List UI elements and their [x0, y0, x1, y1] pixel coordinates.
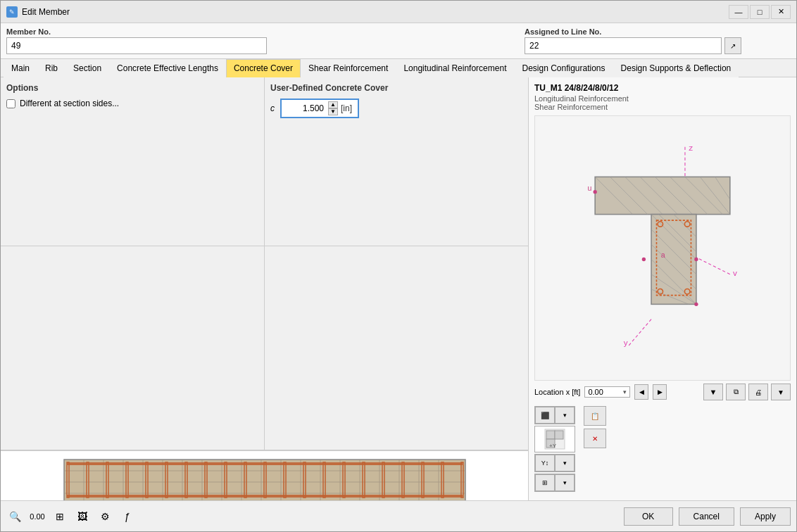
main-window: ✎ Edit Member — □ ✕ Member No. Assigned … — [0, 0, 797, 532]
zoom-group: ⊞ ▾ — [534, 474, 575, 492]
svg-point-80 — [694, 303, 698, 306]
options-panel: Options Different at section sides... — [1, 77, 265, 246]
cover-input-box: ▲ ▼ [in] — [280, 99, 359, 118]
svg-text:u: u — [588, 184, 592, 192]
top-row: Options Different at section sides... Us… — [1, 77, 528, 246]
location-prev-btn[interactable]: ◀ — [634, 384, 648, 400]
info-btn[interactable]: 📋 — [584, 406, 606, 426]
tab-bar: Main Rib Section Concrete Effective Leng… — [1, 59, 796, 77]
cover-field-label: c — [270, 103, 275, 113]
different-sides-row: Different at section sides... — [6, 99, 258, 108]
title-bar: ✎ Edit Member — □ ✕ — [1, 1, 796, 23]
cover-panel: User-Defined Concrete Cover c ▲ ▼ [in] — [265, 77, 529, 246]
svg-text:v: v — [733, 268, 737, 277]
tab-design-config[interactable]: Design Configurations — [514, 59, 613, 77]
image-icon[interactable]: 🖼 — [74, 508, 91, 525]
longitudinal-label: Longitudinal Reinforcement — [534, 94, 791, 103]
print-icon-btn[interactable]: 🖨 — [748, 384, 768, 400]
model-view-group: ⬛ ▾ — [534, 406, 575, 424]
section-view: z v y — [534, 115, 791, 381]
apply-button[interactable]: Apply — [740, 507, 791, 526]
search-icon[interactable]: 🔍 — [6, 508, 23, 525]
assigned-action-button[interactable]: ↗ — [724, 37, 741, 54]
location-dropdown[interactable]: ▾ — [623, 388, 627, 395]
cover-title: User-Defined Concrete Cover — [270, 83, 522, 93]
xy-view-box: +Y — [534, 426, 575, 452]
close-button[interactable]: ✕ — [771, 5, 791, 19]
svg-point-79 — [694, 258, 698, 261]
xy-svg: +Y — [544, 428, 566, 450]
cover-unit: [in] — [338, 103, 355, 113]
member-info-bar: Member No. Assigned to Line No. ↗ — [1, 23, 796, 59]
section-svg: z v y — [535, 116, 790, 380]
svg-text:z: z — [689, 143, 693, 152]
y-axis-btn[interactable]: Y↕ — [535, 455, 555, 471]
tab-rib[interactable]: Rib — [37, 59, 65, 77]
zoom-fit-btn[interactable]: ⊞ — [535, 474, 555, 491]
bottom-bar: 🔍 0.00 ⊞ 🖼 ⚙ ƒ OK Cancel Apply — [1, 500, 796, 531]
minimize-button[interactable]: — — [729, 5, 748, 19]
svg-text:a: a — [661, 251, 665, 259]
copy-icon-btn[interactable]: ⧉ — [726, 384, 746, 400]
side-controls-area: ⬛ ▾ +Y Y↕ ▾ — [534, 403, 791, 495]
filter-icon-btn[interactable]: ▼ — [703, 384, 723, 400]
tab-concrete-cover[interactable]: Concrete Cover — [226, 59, 301, 77]
tab-main[interactable]: Main — [4, 59, 37, 77]
tab-longitudinal[interactable]: Longitudinal Reinforcement — [396, 59, 514, 77]
bottom-icons: 🔍 0.00 ⊞ 🖼 ⚙ ƒ — [6, 508, 136, 525]
spin-down[interactable]: ▼ — [328, 108, 338, 115]
location-value-input[interactable] — [588, 388, 623, 396]
main-content: Options Different at section sides... Us… — [1, 77, 796, 500]
y-axis-arrow[interactable]: ▾ — [555, 455, 575, 471]
grid-icon[interactable]: ⊞ — [51, 508, 68, 525]
tab-design-supports[interactable]: Design Supports & Deflection — [613, 59, 739, 77]
svg-point-81 — [642, 258, 646, 261]
assigned-line-group: Assigned to Line No. — [525, 27, 722, 54]
assigned-group: Assigned to Line No. ↗ — [525, 27, 791, 54]
zoom-arrow[interactable]: ▾ — [555, 474, 575, 491]
window-title: Edit Member — [22, 7, 70, 17]
svg-rect-0 — [64, 460, 465, 500]
bottom-section: 15.00 ft — [1, 450, 528, 500]
svg-text:y: y — [624, 338, 628, 347]
cover-input-row: c ▲ ▼ [in] — [270, 99, 522, 118]
maximize-button[interactable]: □ — [750, 5, 770, 19]
extra-icon-group: 📋 ✕ — [584, 406, 606, 448]
decimal-icon[interactable]: 0.00 — [29, 508, 46, 525]
middle-center-empty — [265, 246, 529, 450]
menu-icon-btn[interactable]: ▼ — [771, 384, 791, 400]
y-axis-group: Y↕ ▾ — [534, 454, 575, 472]
tab-shear[interactable]: Shear Reinforcement — [301, 59, 396, 77]
section-name: TU_M1 24/8/24/8/0/12 — [534, 83, 791, 93]
tab-concrete-eff[interactable]: Concrete Effective Lengths — [109, 59, 226, 77]
location-next-btn[interactable]: ▶ — [653, 384, 667, 400]
assigned-line-input[interactable] — [525, 37, 722, 54]
window-controls: — □ ✕ — [729, 5, 791, 19]
member-no-label: Member No. — [6, 27, 267, 36]
right-panel: TU_M1 24/8/24/8/0/12 Longitudinal Reinfo… — [529, 77, 796, 500]
different-sides-label: Different at section sides... — [20, 99, 119, 108]
3d-view-arrow[interactable]: ▾ — [555, 407, 575, 424]
svg-rect-84 — [546, 431, 555, 439]
middle-left-empty — [1, 246, 265, 450]
title-bar-left: ✎ Edit Member — [6, 6, 70, 18]
cover-spinner: ▲ ▼ — [328, 101, 338, 115]
location-label: Location x [ft] — [534, 388, 580, 396]
ok-button[interactable]: OK — [624, 507, 673, 526]
location-row: Location x [ft] ▾ ◀ ▶ ▼ ⧉ 🖨 ▼ — [534, 381, 791, 403]
member-no-group: Member No. — [6, 27, 267, 54]
different-sides-checkbox[interactable] — [6, 99, 15, 108]
member-no-input[interactable] — [6, 37, 267, 54]
delete-btn[interactable]: ✕ — [584, 429, 606, 448]
svg-rect-53 — [595, 177, 730, 214]
function-icon[interactable]: ƒ — [119, 508, 136, 525]
3d-view-btn[interactable]: ⬛ — [535, 407, 555, 424]
spin-up[interactable]: ▲ — [328, 101, 338, 108]
settings-icon[interactable]: ⚙ — [96, 508, 113, 525]
tab-section[interactable]: Section — [65, 59, 109, 77]
left-panels: Options Different at section sides... Us… — [1, 77, 529, 500]
cover-value-input[interactable] — [284, 103, 327, 113]
svg-rect-85 — [555, 431, 563, 439]
assigned-line-label: Assigned to Line No. — [525, 27, 722, 36]
cancel-button[interactable]: Cancel — [679, 507, 734, 526]
